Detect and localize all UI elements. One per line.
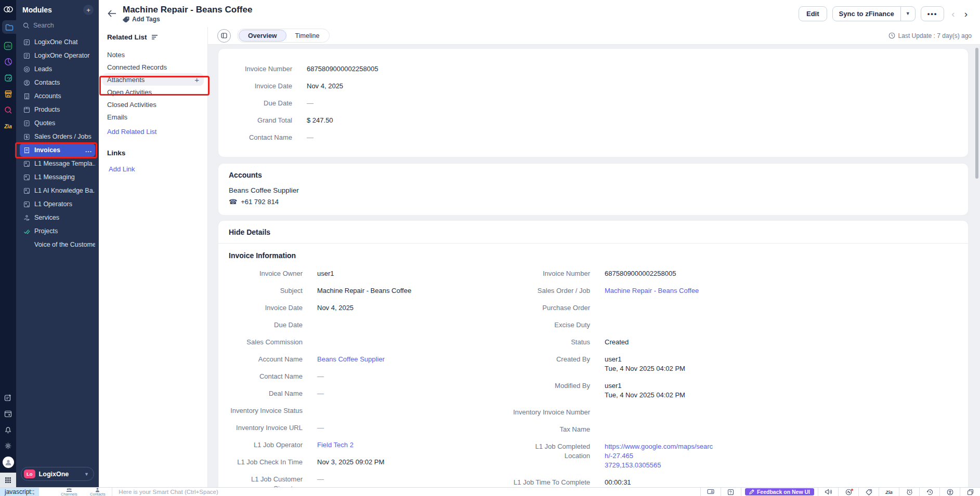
detail-field-row: Purchase Order [511,303,958,313]
module-label: LogixOne Chat [34,38,77,46]
smart-chat[interactable] [112,488,700,496]
gear-icon[interactable] [3,440,14,451]
sidebar-module-item[interactable]: L1 Messaging [20,170,95,184]
edit-button[interactable]: Edit [799,6,827,21]
invoice-summary-card: Invoice Number 6875809000002258005 Invoi… [218,49,968,157]
detail-field-row: Due Date [229,320,511,330]
smart-chat-input[interactable] [112,489,700,495]
module-label: Products [34,106,60,113]
store-icon[interactable] [3,89,14,99]
app-grid-icon[interactable] [0,473,16,487]
sync-zfinance-button[interactable]: Sync to zFinance ▼ [832,6,916,21]
field-value: Created [605,338,629,347]
sidebar-module-item[interactable]: Accounts [20,89,95,103]
sidebar-module-item[interactable]: Sales Orders / Jobs [20,130,95,143]
tab-overview[interactable]: Overview [239,30,286,42]
related-item-label: Attachments [107,76,145,84]
bell-icon[interactable] [3,424,14,435]
sidebar-module-item[interactable]: Products [20,103,95,116]
related-list-item[interactable]: Connected Records [102,61,204,73]
reminders-button[interactable] [899,488,919,496]
tasks-icon[interactable] [3,73,14,83]
module-label: Projects [34,227,58,235]
view-tabs: Overview Timeline [237,29,330,43]
sidebar-module-item[interactable]: Leads [20,62,95,76]
zia-icon[interactable]: Zia [3,121,14,131]
divider [218,243,968,244]
sidebar-module-item[interactable]: Quotes [20,116,95,130]
related-list-item[interactable]: Closed Activities [102,98,204,111]
announcements-button[interactable] [818,488,838,496]
detail-field-row: L1 Job Completed Location https://www.go… [511,442,958,470]
screen-share-button[interactable] [700,488,721,496]
add-module-button[interactable]: + [83,5,94,15]
folder-module-tab[interactable] [2,20,16,34]
contacts-button[interactable]: Contacts [83,488,112,496]
sidebar-module-item[interactable]: Services [20,211,95,224]
vertical-scrollbar[interactable] [975,48,978,179]
tag-button[interactable] [858,488,879,496]
calendar-icon[interactable] [3,408,14,419]
detail-field-row: Invoice Date Nov 4, 2025 [229,303,511,313]
module-label: Invoices [34,146,60,154]
module-icon [23,227,30,235]
sidebar-module-item[interactable]: LogixOne Chat [20,35,95,49]
add-related-list-link[interactable]: Add Related List [107,128,199,136]
account-name[interactable]: Beans Coffee Supplier [229,186,958,194]
sidebar-module-item[interactable]: Projects [20,224,95,238]
recent-items-button[interactable] [919,488,939,496]
related-list-item[interactable]: Open Activities [102,86,204,98]
related-list-item[interactable]: Notes [102,48,204,61]
back-button[interactable] [106,8,117,19]
hide-details-toggle[interactable]: Hide Details [229,228,958,236]
chart-icon[interactable] [3,41,14,51]
sidebar-module-item[interactable]: L1 AI Knowledge Ba... [20,184,95,197]
module-search[interactable]: Search [16,17,99,30]
search-icon [23,22,30,29]
module-label: Voice of the Customer [34,241,95,248]
sidebar-module-item[interactable]: L1 Message Templa... [20,157,95,170]
workspace-badge: Lo [24,470,35,478]
add-attachment-icon[interactable]: + [194,75,199,84]
pie-icon[interactable] [3,57,14,67]
feedback-button[interactable]: Feedback on New UI [745,488,814,495]
channels-button[interactable]: Channels [55,488,83,496]
sync-zfinance-label[interactable]: Sync to zFinance [833,10,900,18]
sidebar-module-item[interactable]: Contacts [20,76,95,89]
search-magnifier-icon[interactable] [3,105,14,115]
account-phone[interactable]: ☎ +61 792 814 [229,198,958,206]
sidebar-module-item[interactable]: Voice of the Customer [20,238,95,251]
sidebar-module-item[interactable]: LogixOne Operator [20,49,95,62]
detail-field-row: Account Name Beans Coffee Supplier [229,355,511,364]
module-more-icon[interactable]: ... [85,146,92,154]
sidebar-module-item[interactable]: L1 Operators [20,197,95,211]
crm-app: Zia Modules + Search [0,0,980,496]
page-tour-button[interactable] [721,488,741,496]
related-list-item[interactable]: Emails [102,111,204,123]
collapse-panel-button[interactable] [217,29,231,43]
signals-button[interactable] [838,488,858,496]
user-avatar[interactable] [3,457,14,468]
reorder-list-icon[interactable] [151,34,158,40]
detail-field-row: Excise Duty [511,320,958,330]
add-tags[interactable]: Add Tags [123,16,252,23]
note-add-icon[interactable] [3,392,14,403]
accessibility-button[interactable] [939,488,960,496]
zia-button[interactable]: Zia [879,488,899,496]
module-label: L1 Message Templa... [34,160,95,167]
related-list-item[interactable]: Attachments + [102,73,204,86]
phone-icon: ☎ [229,198,237,206]
workspace-selector[interactable]: Lo LogixOne ▼ [21,467,94,481]
next-record-icon[interactable]: › [964,9,968,19]
more-actions-button[interactable]: ••• [921,6,945,21]
copy-button[interactable] [960,488,980,496]
previous-record-icon[interactable]: ‹ [951,9,955,19]
tab-timeline[interactable]: Timeline [286,30,329,42]
module-icon [23,119,30,127]
details-left-column: Invoice Owner user1 Subject Machine Repa… [229,269,511,487]
sync-dropdown-caret[interactable]: ▼ [900,7,915,21]
link-status-tooltip: javascript:; [0,488,39,496]
sidebar-module-item[interactable]: Invoices ... [20,143,95,157]
field-label: Deal Name [229,389,303,398]
add-link-link[interactable]: Add Link [109,165,199,173]
